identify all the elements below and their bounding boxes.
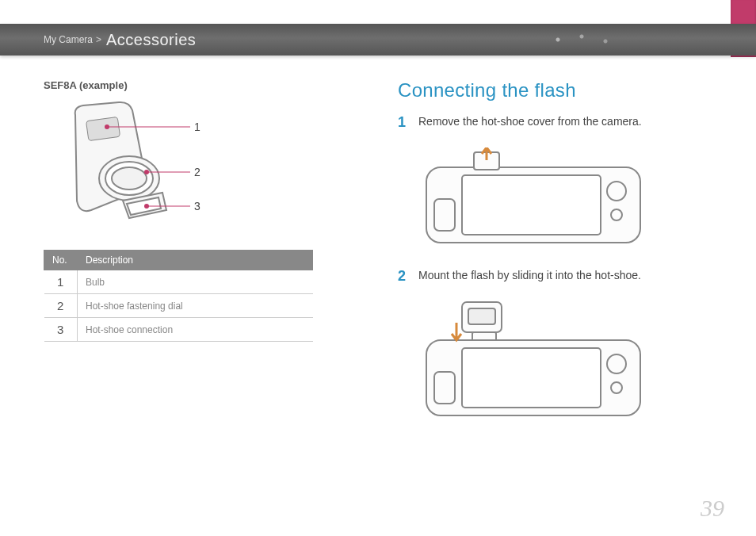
- svg-point-2: [112, 167, 147, 190]
- svg-rect-3: [86, 117, 120, 140]
- table-row: 1 Bulb: [44, 270, 313, 294]
- svg-rect-20: [462, 348, 601, 408]
- cell-desc: Hot-shoe connection: [78, 318, 313, 342]
- step-number: 2: [398, 268, 409, 285]
- cell-desc: Bulb: [78, 270, 313, 294]
- camera-illustration-1: [418, 147, 656, 251]
- step-text: Remove the hot-shoe cover from the camer…: [418, 114, 642, 130]
- example-label: SEF8A (example): [44, 79, 358, 91]
- svg-rect-11: [462, 175, 601, 235]
- camera-illustration-2: [418, 301, 656, 419]
- step-1: 1 Remove the hot-shoe cover from the cam…: [398, 114, 712, 132]
- svg-rect-17: [468, 308, 495, 324]
- th-desc: Description: [78, 251, 313, 270]
- right-column: Connecting the flash 1 Remove the hot-sh…: [398, 79, 712, 504]
- breadcrumb-parent: My Camera: [44, 34, 93, 45]
- step-number: 1: [398, 114, 409, 132]
- step-2: 2 Mount the flash by sliding it into the…: [398, 268, 712, 285]
- step-text: Mount the flash by sliding it into the h…: [418, 268, 641, 284]
- breadcrumb-separator: >: [96, 34, 101, 45]
- svg-point-22: [607, 354, 626, 373]
- breadcrumb-current: Accessories: [106, 31, 196, 49]
- table-row: 2 Hot-shoe fastening dial: [44, 294, 313, 318]
- cell-desc: Hot-shoe fastening dial: [78, 294, 313, 318]
- callout-3: 3: [194, 200, 200, 212]
- section-title: Connecting the flash: [398, 79, 712, 101]
- page-number: 39: [701, 495, 724, 522]
- cell-no: 1: [44, 270, 78, 294]
- svg-point-13: [607, 182, 626, 201]
- callout-1: 1: [194, 121, 200, 133]
- svg-point-14: [611, 209, 622, 220]
- left-column: SEF8A (example): [44, 79, 358, 504]
- table-row: 3 Hot-shoe connection: [44, 318, 313, 342]
- breadcrumb-bar: My Camera > Accessories: [0, 24, 756, 56]
- svg-rect-12: [434, 199, 455, 231]
- cell-no: 2: [44, 294, 78, 318]
- flash-diagram: 1 2 3: [44, 99, 226, 234]
- callout-2: 2: [194, 166, 200, 178]
- svg-rect-21: [434, 372, 455, 404]
- th-no: No.: [44, 251, 78, 270]
- cell-no: 3: [44, 318, 78, 342]
- svg-point-23: [611, 382, 622, 393]
- parts-table: No. Description 1 Bulb 2 Hot-shoe fasten…: [44, 250, 313, 342]
